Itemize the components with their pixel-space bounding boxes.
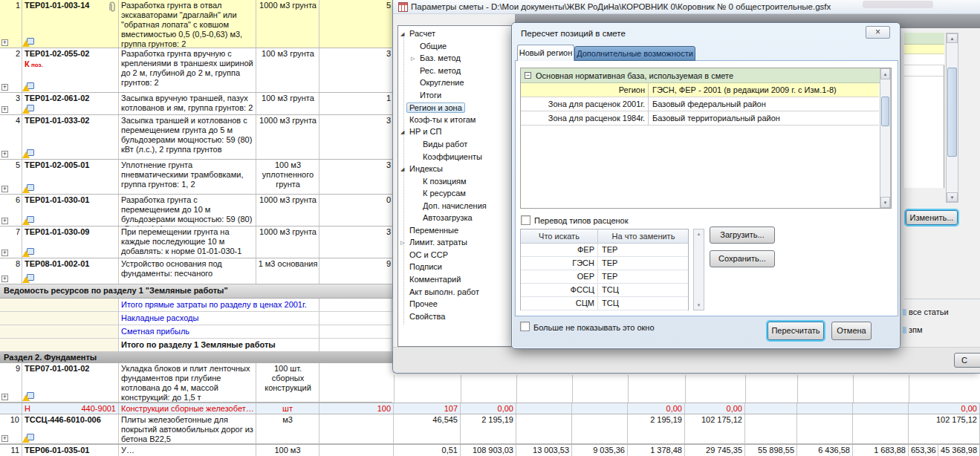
expand-button[interactable]: + xyxy=(1,250,8,256)
translate-row[interactable]: СЦМТСЦ xyxy=(521,297,688,310)
coefficient-flag: К поз. xyxy=(25,59,43,68)
expand-button[interactable]: + xyxy=(1,435,8,442)
close-button[interactable]: × xyxy=(866,26,890,39)
warning-icon xyxy=(22,105,34,114)
tree-item-баз-метод[interactable]: Баз. метод xyxy=(420,53,461,62)
tree-item-подписи[interactable]: Подписи xyxy=(409,262,442,271)
tab-new-region[interactable]: Новый регион xyxy=(517,45,574,61)
tree-item-к-позициям[interactable]: К позициям xyxy=(423,177,467,186)
tree-collapsed-icon[interactable]: ▷ xyxy=(411,56,415,62)
cell xyxy=(0,403,22,414)
option-icon xyxy=(903,327,906,333)
scrollbar-thumb[interactable] xyxy=(947,68,957,157)
expand-button[interactable]: + xyxy=(1,276,8,282)
expand-button[interactable]: + xyxy=(1,39,8,46)
column-header[interactable]: Что искать xyxy=(521,229,598,243)
tree-item-расчет[interactable]: Расчет xyxy=(409,29,435,38)
save-button[interactable]: Сохранить... xyxy=(710,250,775,267)
option-all-items[interactable]: все статьи xyxy=(909,307,949,316)
grid-row[interactable]: Зона для расценок 1984г.Базовый территор… xyxy=(521,111,879,126)
translate-types-checkbox[interactable] xyxy=(521,215,530,225)
row-number: 4 xyxy=(0,116,20,125)
tree-expanded-icon[interactable]: ◢ xyxy=(400,31,404,37)
table-row[interactable]: 7ТЕР01-01-030-09При перемещении грунта н… xyxy=(0,227,392,258)
tree-expanded-icon[interactable]: ◢ xyxy=(400,129,404,135)
option-zpm[interactable]: зпм xyxy=(909,325,923,334)
gridline xyxy=(745,375,746,403)
change-button[interactable]: Изменить... xyxy=(906,210,958,225)
scrollbar-thumb[interactable] xyxy=(881,97,889,126)
grid-group-header[interactable]: − Основная нормативная база, используема… xyxy=(521,68,891,83)
cell: шт xyxy=(256,403,319,414)
tree-item-коэф-ты-к-итогам[interactable]: Коэф-ты к итогам xyxy=(409,115,476,124)
summary-cell xyxy=(319,325,392,338)
grid-row[interactable]: Зона для расценок 2001г.Базовый федераль… xyxy=(521,97,879,111)
translate-row[interactable]: ФЕРТЕР xyxy=(521,244,688,257)
table-row[interactable]: 5ТЕР01-02-005-01Уплотнение грунта пневма… xyxy=(0,160,392,195)
tree-item-автозагрузка[interactable]: Автозагрузка xyxy=(423,213,473,222)
tree-item-комментарий[interactable]: Комментарий xyxy=(409,275,461,284)
translate-scrollbar[interactable]: ▲ ▼ xyxy=(693,229,704,310)
tab-extra-options[interactable]: Дополнительные возможности xyxy=(574,46,695,61)
tree-item-рес-метод[interactable]: Рес. метод xyxy=(420,66,461,75)
scroll-down-icon[interactable]: ▼ xyxy=(880,197,890,208)
expand-button[interactable]: + xyxy=(1,218,8,224)
footer-partial-button[interactable]: С xyxy=(954,353,980,368)
tree-item-нр-и-сп[interactable]: НР и СП xyxy=(409,127,441,136)
translate-row[interactable]: ГЭСНТЕР xyxy=(521,257,688,270)
expand-button[interactable]: + xyxy=(1,84,8,91)
table-row[interactable]: 6ТЕР01-01-030-01Разработка грунта с пере… xyxy=(0,195,392,227)
tree-item-общие[interactable]: Общие xyxy=(420,42,447,51)
table-row[interactable]: 11ТЕР06-01-035-01У…100 м30,51108 903,031… xyxy=(0,444,980,456)
tree-item-лимит-затраты[interactable]: Лимит. затраты xyxy=(409,238,467,247)
window-titlebar[interactable]: Параметры сметы - D:\Мои документы\ЖВК Р… xyxy=(393,0,980,14)
cancel-button[interactable]: Отмена xyxy=(831,322,872,340)
cell: 100 xyxy=(319,403,394,414)
tree-connector xyxy=(403,35,404,325)
grid-row[interactable]: РегионГЭСН, ФЕР - 2001 (в редакции 2009 … xyxy=(521,83,879,97)
tree-expanded-icon[interactable]: ◢ xyxy=(400,166,404,172)
tree-item-коэффициенты[interactable]: Коэффициенты xyxy=(423,152,482,161)
scroll-up-icon[interactable]: ▲ xyxy=(694,232,704,236)
table-row[interactable]: 10ТССЦ-446-6010-006Плиты железобетонные … xyxy=(0,414,980,444)
scroll-up-icon[interactable]: ▲ xyxy=(880,68,890,79)
load-button[interactable]: Загрузить... xyxy=(710,227,775,244)
tree-item-доп-начисления[interactable]: Доп. начисления xyxy=(423,201,487,210)
expand-button[interactable]: + xyxy=(1,186,8,192)
column-header[interactable]: На что заменить xyxy=(599,229,688,243)
tree-item-свойства[interactable]: Свойства xyxy=(409,312,445,321)
collapse-icon[interactable]: − xyxy=(525,72,531,79)
tree-item-прочее[interactable]: Прочее xyxy=(409,299,438,308)
tree-item-округление[interactable]: Округление xyxy=(420,78,464,87)
tree-item-ос-и-сср[interactable]: ОС и ССР xyxy=(409,250,448,259)
tree-item-итоги[interactable]: Итоги xyxy=(420,91,441,100)
tree-collapsed-icon[interactable]: ▷ xyxy=(400,240,404,246)
tree-item-виды-работ[interactable]: Виды работ xyxy=(423,140,467,149)
translate-row[interactable]: ОЕРТЕР xyxy=(521,270,688,284)
expand-button[interactable]: + xyxy=(1,394,8,400)
tree-item-регион-и-зона[interactable]: Регион и зона xyxy=(406,102,465,113)
scroll-down-icon[interactable]: ▼ xyxy=(947,192,958,202)
table-row[interactable]: 2ТЕР01-02-055-02К поз.Разработка грунта … xyxy=(0,48,392,93)
table-row[interactable]: 9ТЕР07-01-001-02Укладка блоков и плит ле… xyxy=(0,363,392,403)
translate-row[interactable]: ФССЦТСЦ xyxy=(521,284,688,297)
grid-scrollbar[interactable]: ▲ ▼ xyxy=(880,68,891,208)
table-row[interactable]: 3ТЕР01-02-061-02Засыпка вручную траншей,… xyxy=(0,93,392,115)
tree-item-переменные[interactable]: Переменные xyxy=(409,226,458,235)
expand-button[interactable]: + xyxy=(1,106,8,113)
tree-item-акт-выполн-работ[interactable]: Акт выполн. работ xyxy=(409,287,479,296)
page-scrollbar[interactable]: ▲ ▼ xyxy=(946,33,958,203)
tab-page: − Основная нормативная база, используема… xyxy=(515,60,898,316)
resource-row[interactable]: Н440-9001Конструкции сборные железобет…ш… xyxy=(0,403,980,414)
dont-show-checkbox[interactable] xyxy=(520,322,530,331)
table-row[interactable]: 8ТЕР08-01-002-01Устройство основания под… xyxy=(0,258,392,284)
table-row[interactable]: 1ТЕР01-01-003-14Разработка грунта в отва… xyxy=(0,0,392,48)
expand-button[interactable]: + xyxy=(1,151,8,157)
table-row[interactable]: 4ТЕР01-01-033-02Засыпка траншей и котлов… xyxy=(0,115,392,160)
scroll-down-icon[interactable]: ▼ xyxy=(694,303,704,307)
tree-item-индексы[interactable]: Индексы xyxy=(409,164,443,173)
summary-row: Накладные расходы xyxy=(0,312,392,325)
tree-item-к-ресурсам[interactable]: К ресурсам xyxy=(423,189,466,198)
scroll-up-icon[interactable]: ▲ xyxy=(947,33,958,43)
recalc-button[interactable]: Пересчитать xyxy=(768,322,824,340)
